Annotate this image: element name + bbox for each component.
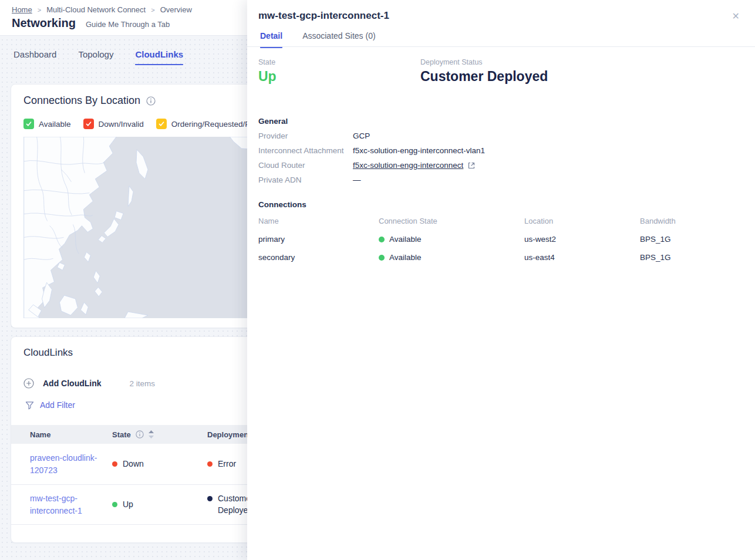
- info-icon[interactable]: [146, 96, 156, 106]
- connections-table-header: Name Connection State Location Bandwidth: [258, 217, 743, 225]
- external-link-icon: [467, 161, 476, 170]
- connection-state-cell: Available: [379, 235, 524, 244]
- main-tab-bar: Dashboard Topology CloudLinks: [14, 49, 183, 65]
- connection-location: us-east4: [524, 253, 640, 262]
- col-header-bandwidth: Bandwidth: [640, 217, 743, 225]
- page-title: Networking: [12, 16, 76, 30]
- check-icon: [85, 120, 93, 128]
- connection-state-value: Available: [389, 235, 422, 244]
- status-dot-icon: [207, 496, 213, 501]
- deployment-status-value: Customer Deployed: [420, 69, 548, 85]
- connection-name: secondary: [258, 253, 379, 262]
- state-cell: Down: [112, 458, 207, 470]
- cloudlinks-toolbar: Add CloudLink 2 items: [23, 378, 155, 389]
- detail-panel: mw-test-gcp-interconnect-1 ✕ Detail Asso…: [247, 0, 755, 560]
- tab-dashboard[interactable]: Dashboard: [14, 49, 56, 65]
- col-header-state-label: State: [112, 430, 131, 439]
- col-header-name: Name: [258, 217, 379, 225]
- deployment-status-label: Deployment Status: [420, 58, 548, 66]
- panel-tab-bar: Detail Associated Sites (0): [260, 31, 376, 48]
- field-label: Provider: [258, 131, 353, 140]
- general-section: General Provider GCP Interconnect Attach…: [258, 117, 743, 184]
- connection-bandwidth: BPS_1G: [640, 253, 743, 262]
- items-count: 2 items: [130, 379, 156, 388]
- state-label: State: [258, 58, 420, 66]
- status-dot-icon: [112, 461, 117, 467]
- add-filter-label: Add Filter: [40, 400, 75, 410]
- sort-icon[interactable]: [149, 430, 154, 438]
- field-value: f5xc-solution-engg-interconnect-vlan1: [353, 146, 485, 155]
- deployment-value: Error: [218, 458, 236, 470]
- connections-by-location-title: Connections By Location: [23, 95, 140, 107]
- status-dot-icon: [112, 502, 117, 507]
- state-value: Up: [123, 499, 133, 511]
- connection-state-value: Available: [389, 253, 422, 262]
- cloudlink-link[interactable]: praveen-cloudlink-120723: [30, 452, 105, 476]
- state-value: Down: [123, 458, 144, 470]
- checkbox-available[interactable]: [23, 119, 34, 129]
- legend-label-down-invalid: Down/Invalid: [99, 120, 144, 129]
- cloudlink-link[interactable]: mw-test-gcp-interconnect-1: [30, 492, 105, 517]
- field-interconnect-attachment: Interconnect Attachment f5xc-solution-en…: [258, 146, 743, 155]
- add-cloudlink-label: Add CloudLink: [43, 379, 102, 388]
- connections-heading: Connections: [258, 200, 743, 209]
- field-provider: Provider GCP: [258, 131, 743, 140]
- close-icon[interactable]: ✕: [732, 12, 740, 21]
- connection-state-cell: Available: [379, 253, 524, 262]
- field-value: GCP: [353, 131, 370, 140]
- chevron-right-icon: >: [151, 6, 154, 14]
- guide-me-link[interactable]: Guide Me Through a Tab: [86, 20, 170, 29]
- info-icon[interactable]: [136, 430, 144, 438]
- table-row: primary Available us-west2 BPS_1G: [258, 235, 743, 244]
- checkbox-down-invalid[interactable]: [83, 119, 94, 129]
- state-cell: Up: [112, 499, 207, 511]
- col-header-connection-state: Connection State: [379, 217, 524, 225]
- panel-body: State Up Deployment Status Customer Depl…: [247, 47, 755, 262]
- state-value: Up: [258, 69, 420, 85]
- cloud-router-link[interactable]: f5xc-solution-engg-interconnect: [353, 161, 476, 170]
- field-cloud-router: Cloud Router f5xc-solution-engg-intercon…: [258, 161, 743, 170]
- breadcrumb-overview: Overview: [160, 5, 192, 14]
- breadcrumb-mcn-connect[interactable]: Multi-Cloud Network Connect: [46, 5, 146, 14]
- panel-title: mw-test-gcp-interconnect-1: [258, 10, 389, 22]
- connection-location: us-west2: [524, 235, 640, 244]
- connection-bandwidth: BPS_1G: [640, 235, 743, 244]
- status-dot-icon: [379, 255, 385, 261]
- connections-section: Connections Name Connection State Locati…: [258, 200, 743, 262]
- world-map[interactable]: [23, 137, 270, 318]
- tab-associated-sites[interactable]: Associated Sites (0): [302, 31, 376, 48]
- checkbox-ordering[interactable]: [156, 119, 167, 129]
- breadcrumb-home[interactable]: Home: [12, 5, 32, 14]
- check-icon: [157, 120, 166, 128]
- app-screen: Home > Multi-Cloud Network Connect > Ove…: [0, 0, 755, 560]
- status-dot-icon: [207, 461, 213, 467]
- cloudlinks-title: CloudLinks: [23, 347, 73, 359]
- connection-name: primary: [258, 235, 379, 244]
- tab-cloudlinks[interactable]: CloudLinks: [135, 49, 183, 65]
- col-header-name[interactable]: Name: [30, 430, 112, 439]
- col-header-state[interactable]: State: [112, 430, 207, 439]
- legend-item-available: Available: [23, 119, 71, 129]
- field-label: Private ADN: [258, 176, 353, 184]
- legend-label-available: Available: [39, 120, 71, 129]
- map-legend: Available Down/Invalid Ordering/Requeste…: [23, 119, 274, 129]
- tab-topology[interactable]: Topology: [78, 49, 113, 65]
- state-block: State Up: [258, 58, 420, 85]
- table-row: secondary Available us-east4 BPS_1G: [258, 253, 743, 262]
- filter-funnel-icon: [25, 401, 34, 410]
- title-row: Networking Guide Me Through a Tab: [12, 16, 170, 30]
- field-private-adn: Private ADN —: [258, 176, 743, 184]
- tab-detail[interactable]: Detail: [260, 31, 282, 48]
- status-dot-icon: [379, 237, 385, 242]
- breadcrumb: Home > Multi-Cloud Network Connect > Ove…: [12, 5, 192, 14]
- general-heading: General: [258, 117, 743, 126]
- status-summary: State Up Deployment Status Customer Depl…: [258, 58, 743, 85]
- field-label: Interconnect Attachment: [258, 146, 353, 155]
- legend-item-down-invalid: Down/Invalid: [83, 119, 144, 129]
- chevron-right-icon: >: [38, 6, 41, 14]
- add-filter-button[interactable]: Add Filter: [25, 400, 75, 410]
- deployment-status-block: Deployment Status Customer Deployed: [420, 58, 548, 85]
- plus-circle-icon: [23, 378, 34, 389]
- field-value: —: [353, 176, 361, 184]
- add-cloudlink-button[interactable]: Add CloudLink: [23, 378, 102, 389]
